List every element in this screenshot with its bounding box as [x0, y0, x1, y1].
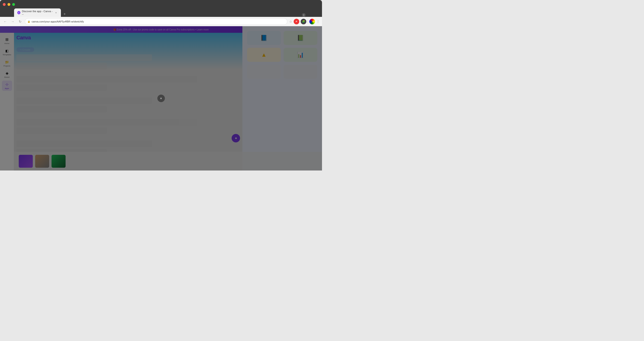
address-box[interactable]: 🔒 canva.com/your-apps/AAF5y4fBR-w/sketch…	[25, 18, 287, 25]
lock-icon: 🔒	[28, 20, 30, 23]
browser-titlebar	[0, 0, 322, 9]
canva-background: 🎁 Extra 15% off - Use our promo code to …	[0, 26, 322, 170]
browser-addressbar: ← → ↻ 🔒 canva.com/your-apps/AAF5y4fBR-w/…	[0, 17, 322, 26]
tab-favicon: C	[17, 11, 20, 14]
traffic-light-close[interactable]	[3, 3, 6, 6]
browser-menu-btn[interactable]: ≡	[302, 13, 306, 17]
add-tab-btn[interactable]: +	[62, 11, 68, 17]
modal-close-btn[interactable]: ×	[157, 94, 165, 102]
browser-extensions: ☆ P 🧩 ⋮	[289, 19, 320, 24]
back-btn[interactable]: ←	[2, 19, 8, 24]
browser-tab-active[interactable]: C Discover the app - Canva --- ×	[14, 8, 61, 17]
ext-icon-1[interactable]: P	[294, 19, 299, 24]
traffic-light-minimize[interactable]	[8, 3, 10, 6]
browser-more-btn[interactable]: ⋮	[316, 20, 320, 24]
forward-btn[interactable]: →	[10, 19, 16, 24]
address-url: canva.com/your-apps/AAF5y4fBR-w/sketchif…	[32, 20, 84, 23]
avatar-icon[interactable]	[309, 19, 315, 24]
reload-btn[interactable]: ↻	[17, 19, 23, 24]
tab-close-btn[interactable]: ×	[54, 11, 58, 14]
browser-chrome: C Discover the app - Canva --- × + ≡ ← →…	[0, 0, 322, 26]
tab-title: Discover the app - Canva ---	[22, 10, 53, 16]
ext-icon-puzzle[interactable]: 🧩	[301, 19, 306, 24]
browser-tabs: C Discover the app - Canva --- × + ≡	[0, 9, 322, 17]
divider	[308, 20, 308, 24]
bookmark-icon[interactable]: ☆	[289, 20, 292, 24]
traffic-light-maximize[interactable]	[12, 3, 15, 6]
